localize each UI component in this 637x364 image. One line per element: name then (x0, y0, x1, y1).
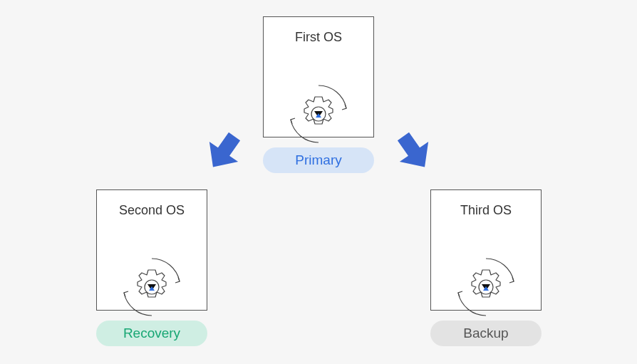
tag-label: Primary (295, 152, 341, 168)
node-third-os: Third OS (430, 189, 542, 311)
node-title: Third OS (431, 203, 541, 218)
gear-cycle-icon (283, 78, 354, 150)
node-title: Second OS (97, 203, 207, 218)
gear-cycle-icon (116, 251, 187, 323)
node-title: First OS (264, 30, 373, 45)
gear-cycle-icon (450, 251, 522, 323)
tag-label: Recovery (123, 326, 180, 341)
tag-label: Backup (463, 326, 508, 341)
diagram-stage: First OS Primary Second OS Recovery Thir… (0, 0, 637, 364)
tag-primary: Primary (263, 147, 374, 173)
node-first-os: First OS (263, 16, 374, 137)
block-arrow-icon (195, 123, 253, 184)
tag-recovery: Recovery (96, 321, 207, 346)
tag-backup: Backup (430, 321, 542, 346)
block-arrow-icon (385, 123, 443, 184)
node-second-os: Second OS (96, 189, 207, 311)
